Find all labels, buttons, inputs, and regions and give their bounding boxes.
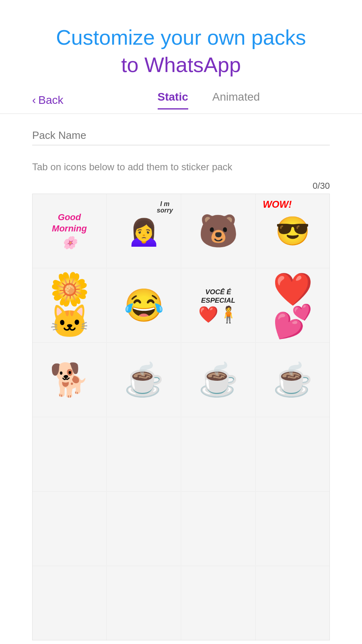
sticker-im-sorry[interactable]: 🙍‍♀️ I msorry <box>107 194 181 268</box>
chevron-left-icon: ‹ <box>32 94 36 107</box>
empty-cell-12 <box>256 566 329 640</box>
header-title: Customize your own packs to WhatsApp <box>16 24 346 78</box>
sticker-coffee-3[interactable]: ☕ <box>256 343 329 417</box>
sticker-flower-cat[interactable]: 🌼🐱 <box>33 268 106 342</box>
sticker-grid: GoodMorning 🌸 🙍‍♀️ I msorry 🐻 😎 WOW! <box>32 194 330 640</box>
back-button[interactable]: ‹ Back <box>32 94 64 107</box>
nav-bar: ‹ Back Static Animated <box>0 87 362 114</box>
empty-cell-8 <box>256 492 329 566</box>
empty-cell-6 <box>107 492 181 566</box>
tab-static[interactable]: Static <box>158 91 188 109</box>
empty-cell-7 <box>181 492 255 566</box>
sticker-bear[interactable]: 🐻 <box>181 194 255 268</box>
sticker-coffee-2[interactable]: ☕ <box>181 343 255 417</box>
pack-name-section <box>0 114 362 149</box>
sticker-grid-container: GoodMorning 🌸 🙍‍♀️ I msorry 🐻 😎 WOW! <box>0 194 362 640</box>
empty-cell-9 <box>33 566 106 640</box>
header: Customize your own packs to WhatsApp <box>0 0 362 87</box>
sticker-good-morning[interactable]: GoodMorning 🌸 <box>33 194 106 268</box>
sticker-laugh[interactable]: 😂 <box>107 268 181 342</box>
sticker-coffee-1[interactable]: ☕ <box>107 343 181 417</box>
sticker-counter: 0/30 <box>0 177 362 194</box>
title-line2: to WhatsApp <box>121 53 241 76</box>
tabs-container: Static Animated <box>158 91 260 109</box>
tab-animated[interactable]: Animated <box>212 91 260 109</box>
back-label: Back <box>38 94 63 107</box>
pack-name-input[interactable] <box>32 126 330 145</box>
instruction-text: Tab on icons below to add them to sticke… <box>0 149 362 177</box>
empty-cell-1 <box>33 417 106 491</box>
empty-cell-10 <box>107 566 181 640</box>
sticker-hearts[interactable]: ❤️💕 <box>256 268 329 342</box>
empty-cell-11 <box>181 566 255 640</box>
empty-cell-2 <box>107 417 181 491</box>
empty-cell-3 <box>181 417 255 491</box>
sticker-dog[interactable]: 🐕 <box>33 343 106 417</box>
empty-cell-4 <box>256 417 329 491</box>
sticker-especial[interactable]: VOCÊ ÉESPECIAL ❤️🧍 <box>181 268 255 342</box>
empty-cell-5 <box>33 492 106 566</box>
title-line1: Customize your own packs <box>56 26 306 49</box>
sticker-wow[interactable]: 😎 WOW! <box>256 194 329 268</box>
